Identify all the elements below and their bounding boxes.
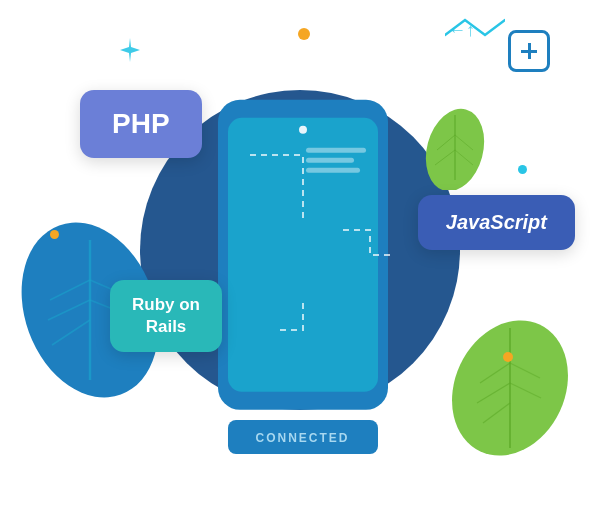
ruby-badge: Ruby onRails xyxy=(110,280,222,352)
screen-line-2 xyxy=(306,158,354,163)
cyan-dot-right xyxy=(518,165,527,174)
connected-badge: CONNECTED xyxy=(227,420,377,454)
arrow-deco-top xyxy=(445,15,505,45)
orange-dot-top xyxy=(298,28,310,40)
javascript-badge: JavaScript xyxy=(418,195,575,250)
plus-box-icon xyxy=(508,30,550,72)
php-badge: PHP xyxy=(80,90,202,158)
cyan-star-top-left xyxy=(118,38,142,62)
orange-dot-left xyxy=(50,230,59,239)
leaf-right-bottom xyxy=(445,308,575,462)
orange-dot-right xyxy=(503,352,513,362)
leaf-top-right xyxy=(415,100,495,194)
ruby-label: Ruby onRails xyxy=(132,295,200,336)
phone-screen xyxy=(228,118,378,392)
phone-camera xyxy=(299,126,307,134)
php-label: PHP xyxy=(112,108,170,139)
scene: ←↑ xyxy=(0,0,605,522)
screen-line-3 xyxy=(306,168,360,173)
connected-label: CONNECTED xyxy=(255,431,349,445)
javascript-label: JavaScript xyxy=(446,211,547,233)
screen-line-1 xyxy=(306,148,366,153)
phone-screen-lines xyxy=(306,148,366,173)
phone-device xyxy=(218,100,388,410)
